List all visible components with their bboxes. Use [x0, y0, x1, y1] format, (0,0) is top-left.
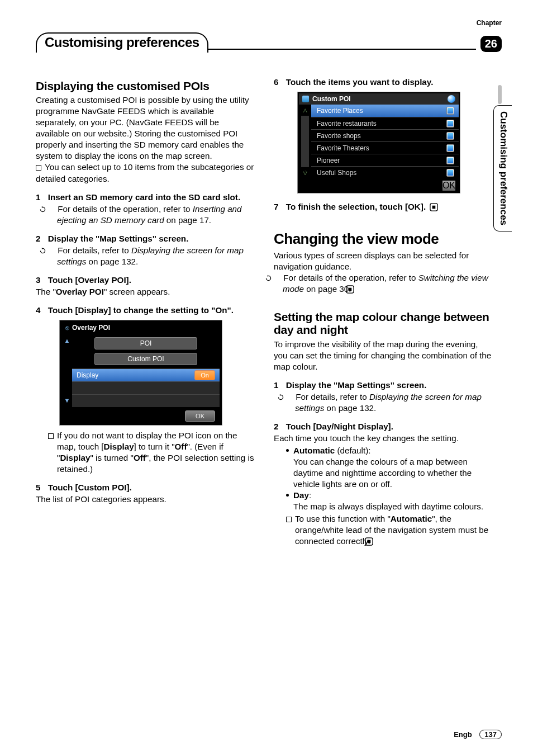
footer-lang: Engb [454, 730, 472, 739]
back-icon: ⎋ [62, 324, 72, 331]
list-item[interactable]: Favorite restaurants [311, 117, 459, 129]
step-7-number: 7 [274, 202, 278, 211]
step-1-ref: For details of the operation, refer to I… [48, 204, 255, 226]
scroll-up-icon: ⩑ [299, 107, 311, 114]
page-footer: Engb 137 [454, 730, 502, 739]
step-3-title: Touch [Overlay POI]. [48, 275, 131, 285]
step-3-body: The "Overlay POI" screen appears. [36, 286, 255, 297]
step-4-number: 4 [36, 305, 40, 315]
svg-rect-3 [348, 288, 351, 291]
step-7-title: To finish the selection, touch [OK]. [286, 202, 426, 211]
header-divider [206, 49, 476, 50]
step-2-ref: For details, refer to Displaying the scr… [48, 245, 255, 267]
list-item[interactable]: Favorite Theaters [311, 141, 459, 154]
step-4-title: Touch [Display] to change the setting to… [48, 305, 234, 315]
ref-arrow-icon [48, 246, 55, 253]
list-item[interactable]: Useful Shops [311, 166, 459, 178]
side-accent [498, 85, 502, 104]
ok-button[interactable]: OK [442, 181, 455, 191]
step-1-number: 1 [36, 192, 40, 202]
step-1-title: Insert an SD memory card into the SD car… [48, 192, 240, 202]
step-5-title: Touch [Custom POI]. [48, 483, 132, 492]
chapter-label: Chapter [477, 19, 502, 27]
scroll-down-icon: ⩒ [299, 169, 311, 176]
step-6-number: 6 [274, 77, 278, 87]
svg-rect-1 [432, 206, 435, 209]
bullet-day: Day: The map is always displayed with da… [286, 490, 493, 512]
custom-poi-button[interactable]: Custom POI [94, 353, 197, 365]
step-5-number: 5 [36, 483, 40, 492]
step-3-number: 3 [36, 275, 40, 285]
heading-displaying-pois: Displaying the customised POIs [36, 79, 255, 92]
scroll-down-icon: ▼ [62, 397, 72, 404]
r-step-1-number: 1 [274, 380, 278, 390]
empty-row [72, 381, 220, 394]
checkbox-icon[interactable] [446, 107, 454, 115]
end-section-icon [355, 285, 363, 294]
empty-row [72, 394, 220, 407]
step-6-title: Touch the items you want to display. [286, 77, 434, 87]
r-step-2-body: Each time you touch the key changes the … [274, 433, 493, 444]
list-item[interactable]: Favorite Places [311, 105, 459, 117]
list-item[interactable]: Favorite shops [311, 129, 459, 141]
checkbox-icon[interactable] [446, 169, 454, 177]
poi-button[interactable]: POI [94, 337, 197, 349]
note-automatic-wiring: To use this function with "Automatic", t… [286, 513, 493, 547]
ref-arrow-icon [286, 393, 293, 400]
screenshot-overlay-poi: ⎋ Overlay POI ▲ ▼ POI Custom POI Display… [59, 320, 222, 426]
heading-changing-view-mode: Changing the view mode [274, 231, 493, 247]
bullet-icon [286, 449, 289, 452]
r-step-1-ref: For details, refer to Displaying the scr… [286, 391, 493, 414]
footer-page-number: 137 [479, 730, 502, 739]
ref-arrow-icon [274, 273, 281, 281]
step-2-number: 2 [36, 234, 40, 243]
bullet-automatic: Automatic (default): You can change the … [286, 445, 493, 490]
step-2-title: Display the "Map Settings" screen. [48, 234, 189, 243]
svg-rect-5 [368, 540, 371, 544]
step-5-body: The list of POI categories appears. [36, 494, 255, 505]
search-icon[interactable] [448, 95, 455, 103]
chapter-number-badge: 26 [480, 36, 502, 52]
checkbox-icon[interactable] [446, 120, 454, 127]
end-section-icon [374, 537, 382, 546]
checkbox-icon[interactable] [446, 157, 454, 164]
overlay-poi-title: Overlay POI [72, 324, 110, 332]
r-step-1-title: Display the "Map Settings" screen. [286, 380, 427, 390]
display-row[interactable]: Display On [72, 368, 220, 381]
side-tab-label: Customising preferences [493, 105, 512, 231]
intro-paragraph: Creating a customised POI is possible by… [36, 94, 255, 162]
note-display-off: If you do not want to display the POI ic… [48, 430, 255, 475]
note-icon [36, 165, 41, 171]
chapter-title: Customising preferences [36, 32, 208, 53]
ref-arrow-icon [48, 205, 55, 212]
heading-map-colour-change: Setting the map colour change between da… [274, 310, 493, 336]
note-limit: You can select up to 10 items from the s… [36, 162, 255, 184]
bullet-icon [286, 494, 289, 497]
view-mode-body: Various types of screen displays can be … [274, 250, 493, 272]
view-mode-ref: For details of the operation, refer to S… [274, 272, 493, 295]
map-colour-body: To improve the visibility of the map dur… [274, 339, 493, 372]
checkbox-icon[interactable] [446, 144, 454, 152]
end-section-icon [430, 203, 438, 211]
display-on-badge: On [194, 370, 215, 380]
note-icon [48, 433, 54, 439]
note-icon [286, 517, 292, 522]
scroll-up-icon: ▲ [62, 337, 72, 344]
checkbox-icon[interactable] [446, 132, 454, 140]
ok-button[interactable]: OK [185, 410, 215, 422]
title-icon [302, 96, 309, 102]
screenshot-custom-poi: Custom POI ⩑ ⩒ Favorite Places Favorite … [297, 92, 460, 193]
custom-poi-title: Custom POI [312, 95, 448, 103]
r-step-2-number: 2 [274, 422, 278, 431]
r-step-2-title: Touch [Day/Night Display]. [286, 422, 393, 431]
list-item[interactable]: Pioneer [311, 154, 459, 166]
